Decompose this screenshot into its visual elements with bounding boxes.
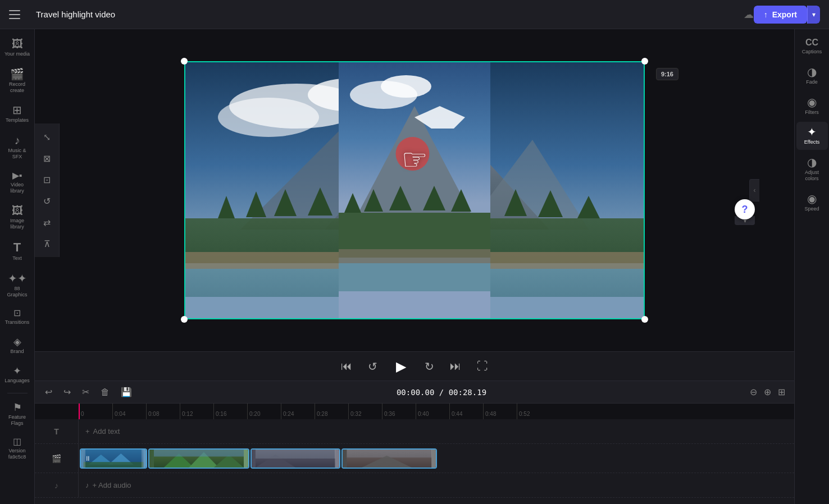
topbar: Travel highlight video ☁ ↑ Export ▾ (0, 0, 829, 29)
sidebar-item-video-library[interactable]: ▶▪ Video library (2, 167, 33, 199)
brand-kit-icon: ◈ (13, 337, 21, 347)
ruler-mark-28: 0:28 (315, 404, 348, 419)
delete-button[interactable]: 🗑 (97, 385, 113, 400)
export-button[interactable]: ↑ Export (754, 6, 807, 24)
speed-label: Speed (804, 206, 819, 212)
sidebar-item-label: Languages (4, 378, 30, 384)
sidebar-item-music-sfx[interactable]: ♪ Music & SFX (2, 130, 33, 164)
export-arrow-icon: ↑ (764, 10, 768, 19)
sidebar-item-brand-kit[interactable]: ◈ Brand (2, 332, 33, 359)
captions-label: Captions (802, 49, 822, 55)
sidebar-item-speed[interactable]: ◉ Speed (796, 189, 828, 217)
ruler-mark-12: 0:12 (180, 404, 213, 419)
export-group: ↑ Export ▾ (754, 6, 820, 24)
flip-button[interactable]: ⇄ (38, 213, 56, 231)
video-clip-4[interactable] (341, 448, 437, 469)
zoom-out-button[interactable]: ⊖ (748, 384, 759, 400)
captions-icon: CC (805, 38, 818, 47)
hamburger-button[interactable] (9, 6, 27, 24)
sidebar-item-effects[interactable]: ✦ Effects (796, 122, 828, 150)
sidebar-item-templates[interactable]: ⊞ Templates (2, 100, 33, 128)
pip-button[interactable]: ⊡ (38, 171, 56, 189)
add-audio-label: + Add audio (93, 481, 131, 489)
sidebar-item-version[interactable]: ◫ Version fa9c5c8 (2, 433, 33, 465)
clip-3-end-handle[interactable] (335, 450, 339, 468)
undo-button[interactable]: ↩ (42, 384, 56, 400)
corner-handle-tl[interactable] (181, 58, 188, 65)
ruler-mark-20: 0:20 (247, 404, 281, 419)
save-media-button[interactable]: 💾 (117, 384, 135, 400)
music-sfx-icon: ♪ (15, 135, 20, 146)
video-clip-2[interactable] (148, 448, 249, 469)
play-pause-button[interactable]: ▶ (390, 355, 412, 378)
add-audio-button[interactable]: ♪ + Add audio (81, 479, 136, 492)
aspect-ratio-badge[interactable]: 9:16 (656, 68, 678, 80)
zoom-controls: ⊖ ⊕ ⊞ (748, 384, 787, 400)
sidebar-item-label: Music & SFX (4, 148, 31, 160)
sidebar-item-graphics[interactable]: ✦✦ 88 Graphics (2, 268, 33, 303)
fullscreen-button[interactable]: ⛶ (473, 356, 491, 376)
help-button[interactable]: ? (735, 199, 755, 219)
corner-handle-tr[interactable] (641, 58, 648, 65)
ruler-mark-44: 0:44 (449, 404, 483, 419)
rewind-button[interactable]: ↺ (365, 356, 381, 377)
clip-2-end-handle[interactable] (244, 450, 248, 468)
project-title: Travel highlight video (36, 10, 739, 19)
clip-4-thumbnail (343, 450, 436, 468)
sidebar-item-label: Feature Flags (4, 414, 31, 427)
version-icon: ◫ (13, 437, 21, 446)
ruler-mark-32: 0:32 (348, 404, 382, 419)
add-text-button[interactable]: + Add text (81, 425, 124, 438)
sidebar-item-label: Version fa9c5c8 (4, 448, 31, 460)
timeline-playhead[interactable] (79, 404, 80, 419)
sidebar-item-your-media[interactable]: 🖼 Your media (2, 34, 33, 62)
video-library-icon: ▶▪ (12, 171, 22, 180)
sidebar-item-label: Templates (6, 117, 29, 123)
svg-rect-30 (339, 249, 490, 263)
video-track-content[interactable]: ⏸ (79, 444, 794, 473)
corner-handle-bl[interactable] (181, 316, 188, 323)
corner-handle-br[interactable] (641, 316, 648, 323)
align-button[interactable]: ⊼ (38, 235, 56, 253)
filters-icon: ◉ (807, 97, 817, 108)
sidebar-item-languages[interactable]: ✦ Languages (2, 361, 33, 388)
forward-button[interactable]: ↻ (421, 356, 438, 377)
skip-to-start-button[interactable]: ⏮ (338, 356, 356, 376)
video-clip-3[interactable] (250, 448, 340, 469)
sidebar-item-label: Video library (4, 182, 31, 194)
resize-button[interactable]: ⤡ (38, 128, 56, 146)
fit-to-window-button[interactable]: ⊞ (776, 384, 787, 400)
collapse-right-panel-button[interactable]: ‹ (749, 179, 759, 201)
timeline-tracks: T + Add text 🎬 (35, 419, 794, 504)
skip-to-end-button[interactable]: ⏭ (447, 356, 464, 376)
audio-track-icon: ♪ (54, 481, 58, 490)
crop-button[interactable]: ⊠ (38, 149, 56, 167)
sidebar-item-record-create[interactable]: 🎬 Record create (2, 64, 33, 98)
sidebar-item-text[interactable]: T Text (2, 237, 33, 266)
sidebar-item-label: Transitions (5, 319, 30, 326)
export-dropdown-button[interactable]: ▾ (807, 6, 820, 24)
sidebar-item-captions[interactable]: CC Captions (796, 34, 828, 59)
clip-1-end-handle[interactable] (142, 450, 146, 468)
clip-4-end-handle[interactable] (431, 450, 436, 468)
rotate-button[interactable]: ↺ (38, 192, 56, 210)
redo-button[interactable]: ↪ (60, 384, 74, 400)
effects-icon: ✦ (807, 126, 817, 138)
timeline-toolbar: ↩ ↪ ✂ 🗑 💾 00:00.00 / 00:28.19 ⊖ ⊕ ⊞ (35, 381, 794, 404)
portrait-video-overlay (339, 61, 490, 319)
cut-button[interactable]: ✂ (79, 384, 93, 400)
cursor-hand-indicator: ☞ (402, 143, 428, 176)
sidebar-item-feature-flags[interactable]: ⚑ Feature Flags (2, 398, 33, 431)
svg-rect-34 (84, 462, 144, 468)
sidebar-right: CC Captions ◑ Fade ◉ Filters ✦ Effects ◑… (794, 29, 829, 504)
zoom-in-button[interactable]: ⊕ (762, 384, 773, 400)
sidebar-item-filters[interactable]: ◉ Filters (796, 92, 828, 120)
sidebar-item-image-library[interactable]: 🖼 Image library (2, 200, 33, 235)
sidebar-item-transitions[interactable]: ⊡ Transitions (2, 304, 33, 330)
sidebar-item-adjust-colors[interactable]: ◑ Adjust colors (796, 152, 828, 186)
video-clip-1[interactable]: ⏸ (80, 448, 147, 469)
sidebar-item-fade[interactable]: ◑ Fade (796, 62, 828, 90)
svg-rect-44 (347, 450, 431, 457)
video-track: 🎬 (35, 444, 794, 473)
speed-icon: ◉ (807, 193, 817, 204)
